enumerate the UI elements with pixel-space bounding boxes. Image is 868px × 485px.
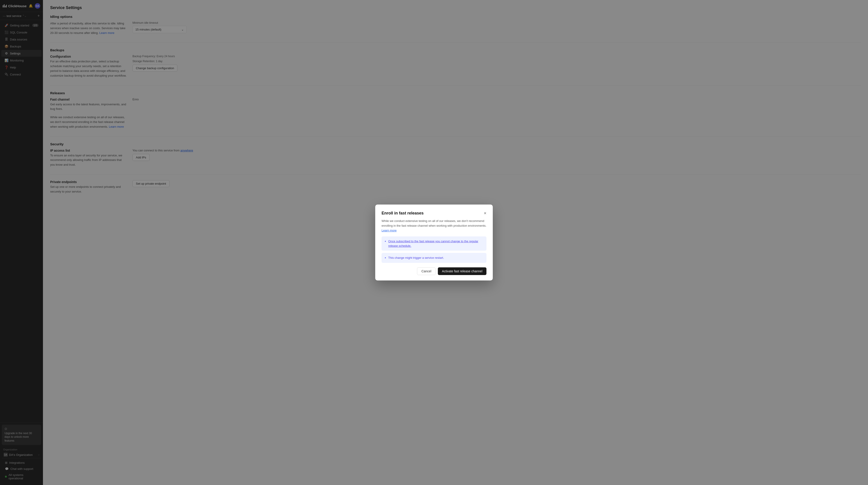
warning-text-1: Once subscribed to the fast release you … <box>388 239 483 248</box>
modal-footer: Cancel Activate fast release channel <box>381 267 487 275</box>
warning-bullet-2: • <box>385 256 386 260</box>
modal-enroll-fast-release: Enroll in fast releases × While we condu… <box>375 204 493 281</box>
modal-header: Enroll in fast releases × <box>381 211 487 216</box>
cancel-button[interactable]: Cancel <box>417 267 436 275</box>
modal-overlay[interactable]: Enroll in fast releases × While we condu… <box>0 0 868 485</box>
warning-bullet-1: • <box>385 239 386 244</box>
modal-warning-2: • This change might trigger a service re… <box>381 253 487 263</box>
modal-learn-more-link[interactable]: Learn more <box>381 229 397 232</box>
modal-warning-1: • Once subscribed to the fast release yo… <box>381 236 487 251</box>
modal-title: Enroll in fast releases <box>381 211 424 216</box>
activate-fast-release-button[interactable]: Activate fast release channel <box>438 267 487 275</box>
modal-description: While we conduct extensive testing on al… <box>381 219 487 233</box>
modal-close-button[interactable]: × <box>484 211 487 215</box>
warning-text-2: This change might trigger a service rest… <box>388 256 444 260</box>
